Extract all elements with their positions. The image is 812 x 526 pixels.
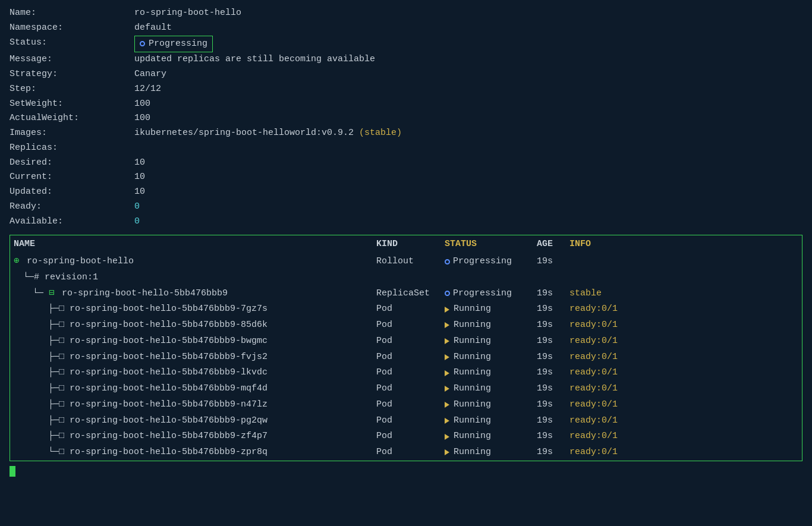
revision-name: └─# revision:1 bbox=[14, 270, 376, 285]
rollout-status-dot bbox=[445, 259, 450, 264]
pod-kind: Pod bbox=[376, 334, 445, 349]
col-name-header: NAME bbox=[14, 237, 376, 252]
col-kind-header: KIND bbox=[376, 237, 445, 252]
running-icon bbox=[445, 354, 449, 360]
pod-status: Running bbox=[445, 429, 537, 444]
pod-name: ├─□ ro-spring-boot-hello-5bb476bbb9-pg2q… bbox=[14, 414, 376, 429]
pod-age: 19s bbox=[537, 318, 569, 333]
current-value: 10 bbox=[134, 170, 145, 185]
pod-info: ready:0/1 bbox=[569, 414, 629, 429]
pod-age: 19s bbox=[537, 445, 569, 460]
pod-info: ready:0/1 bbox=[569, 334, 629, 349]
running-icon bbox=[445, 338, 449, 344]
replicaset-kind: ReplicaSet bbox=[376, 286, 445, 301]
table-row: ├─□ ro-spring-boot-hello-5bb476bbb9-7gz7… bbox=[10, 301, 802, 317]
rollout-icon: ⊕ bbox=[14, 256, 24, 266]
message-row: Message: updated replicas are still beco… bbox=[10, 52, 802, 67]
rollout-info bbox=[569, 254, 629, 269]
replicaset-name: └─ ⊟ ro-spring-boot-hello-5bb476bbb9 bbox=[14, 286, 376, 301]
namespace-row: Namespace: default bbox=[10, 21, 802, 36]
namespace-value: default bbox=[134, 21, 172, 36]
step-row: Step: 12/12 bbox=[10, 82, 802, 97]
status-label: Status: bbox=[10, 36, 134, 53]
pod-name: ├─□ ro-spring-boot-hello-5bb476bbb9-85d6… bbox=[14, 318, 376, 333]
cursor-row bbox=[10, 464, 802, 480]
replicaset-status-dot bbox=[445, 291, 450, 296]
pod-status: Running bbox=[445, 398, 537, 412]
pod-age: 19s bbox=[537, 334, 569, 349]
name-label: Name: bbox=[10, 6, 134, 21]
images-label: Images: bbox=[10, 126, 134, 141]
pod-info: ready:0/1 bbox=[569, 318, 629, 333]
pod-name: ├─□ ro-spring-boot-hello-5bb476bbb9-mqf4… bbox=[14, 382, 376, 396]
pod-age: 19s bbox=[537, 366, 569, 380]
col-status-header: STATUS bbox=[445, 237, 537, 252]
images-row: Images: ikubernetes/spring-boot-hellowor… bbox=[10, 126, 802, 141]
pod-info: ready:0/1 bbox=[569, 398, 629, 412]
pod-age: 19s bbox=[537, 398, 569, 412]
table-row: ├─□ ro-spring-boot-hello-5bb476bbb9-mqf4… bbox=[10, 381, 802, 397]
running-icon bbox=[445, 434, 449, 440]
pod-name: ├─□ ro-spring-boot-hello-5bb476bbb9-bwgm… bbox=[14, 334, 376, 349]
replicas-label: Replicas: bbox=[10, 141, 134, 156]
running-icon bbox=[445, 418, 449, 424]
pod-info: ready:0/1 bbox=[569, 445, 629, 460]
status-row: Status: Progressing bbox=[10, 36, 802, 53]
pod-status: Running bbox=[445, 302, 537, 317]
pod-status: Running bbox=[445, 350, 537, 365]
pod-info: ready:0/1 bbox=[569, 366, 629, 380]
pod-name: ├─□ ro-spring-boot-hello-5bb476bbb9-lkvd… bbox=[14, 366, 376, 380]
pod-age: 19s bbox=[537, 429, 569, 444]
running-icon bbox=[445, 449, 449, 455]
strategy-label: Strategy: bbox=[10, 67, 134, 82]
pod-info: ready:0/1 bbox=[569, 429, 629, 444]
replicaset-age: 19s bbox=[537, 286, 569, 301]
pod-kind: Pod bbox=[376, 398, 445, 412]
pod-info: ready:0/1 bbox=[569, 382, 629, 396]
resources-table: NAME KIND STATUS AGE INFO ⊕ ro-spring-bo… bbox=[10, 235, 802, 461]
table-row: ├─□ ro-spring-boot-hello-5bb476bbb9-n47l… bbox=[10, 397, 802, 413]
strategy-value: Canary bbox=[134, 67, 166, 82]
actualweight-row: ActualWeight: 100 bbox=[10, 111, 802, 126]
replicas-row: Replicas: bbox=[10, 141, 802, 156]
pod-kind: Pod bbox=[376, 350, 445, 365]
pod-kind: Pod bbox=[376, 366, 445, 380]
rollout-status: Progressing bbox=[445, 254, 537, 269]
pod-status: Running bbox=[445, 414, 537, 429]
pod-info: ready:0/1 bbox=[569, 302, 629, 317]
status-value: Progressing bbox=[149, 37, 207, 52]
replicaset-status: Progressing bbox=[445, 286, 537, 301]
strategy-row: Strategy: Canary bbox=[10, 67, 802, 82]
available-row: Available: 0 bbox=[10, 215, 802, 229]
rollout-age: 19s bbox=[537, 254, 569, 269]
terminal-cursor bbox=[10, 466, 15, 477]
col-age-header: AGE bbox=[537, 237, 569, 252]
step-label: Step: bbox=[10, 82, 134, 97]
message-label: Message: bbox=[10, 52, 134, 67]
table-row: ├─□ ro-spring-boot-hello-5bb476bbb9-85d6… bbox=[10, 317, 802, 333]
updated-value: 10 bbox=[134, 185, 145, 200]
rollout-kind: Rollout bbox=[376, 254, 445, 269]
pod-age: 19s bbox=[537, 302, 569, 317]
pod-name: └─□ ro-spring-boot-hello-5bb476bbb9-zpr8… bbox=[14, 445, 376, 460]
available-label: Available: bbox=[10, 215, 134, 229]
actualweight-label: ActualWeight: bbox=[10, 111, 134, 126]
pod-kind: Pod bbox=[376, 445, 445, 460]
table-header: NAME KIND STATUS AGE INFO bbox=[10, 235, 802, 254]
table-row: ├─□ ro-spring-boot-hello-5bb476bbb9-bwgm… bbox=[10, 333, 802, 349]
pod-kind: Pod bbox=[376, 414, 445, 429]
running-icon bbox=[445, 370, 449, 376]
namespace-label: Namespace: bbox=[10, 21, 134, 36]
pod-name: ├─□ ro-spring-boot-hello-5bb476bbb9-7gz7… bbox=[14, 302, 376, 317]
step-value: 12/12 bbox=[134, 82, 161, 97]
replicaset-icon: ⊟ bbox=[49, 288, 59, 298]
table-row: └─# revision:1 bbox=[10, 270, 802, 286]
setweight-label: SetWeight: bbox=[10, 97, 134, 112]
pod-age: 19s bbox=[537, 350, 569, 365]
ready-value: 0 bbox=[134, 200, 140, 215]
pod-name: ├─□ ro-spring-boot-hello-5bb476bbb9-zf4p… bbox=[14, 429, 376, 444]
running-icon bbox=[445, 386, 449, 392]
pod-status: Running bbox=[445, 318, 537, 333]
pod-age: 19s bbox=[537, 414, 569, 429]
rollout-name: ⊕ ro-spring-boot-hello bbox=[14, 254, 376, 269]
